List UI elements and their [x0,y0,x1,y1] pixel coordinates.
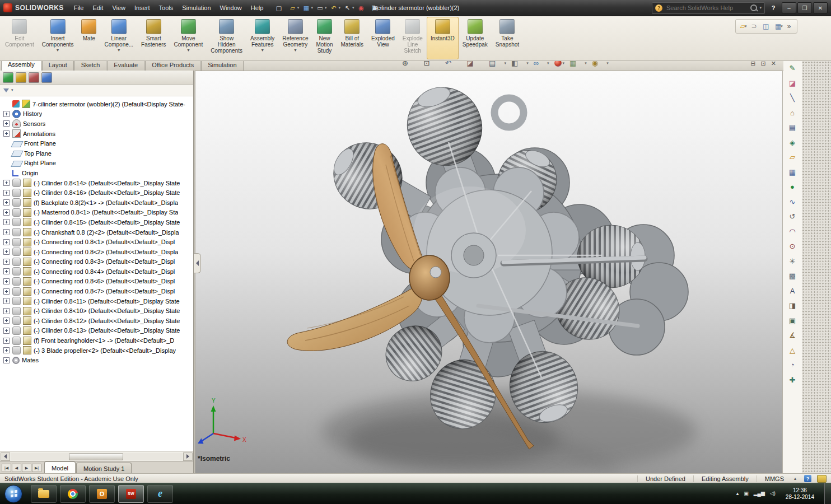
reference-geometry-button[interactable]: Reference Geometry ▼ [278,17,312,59]
tree-filter-bar[interactable]: ▾ [0,85,193,96]
tree-item[interactable]: Front Plane [0,138,193,148]
expand-icon[interactable] [3,288,10,295]
section-tool-icon[interactable]: ◔ [786,360,799,370]
help-search-box[interactable]: ? ▾ [652,2,765,14]
show-desktop-button[interactable] [824,483,831,504]
model-tab[interactable]: Motion Study 1 [76,463,132,474]
home-icon[interactable]: ⌂ [786,108,799,118]
dropdown-arrow-icon[interactable]: ▾ [504,61,506,65]
warning-icon[interactable]: △ [786,345,799,356]
asterisk-icon[interactable]: ✳ [786,256,799,267]
copy-icon[interactable]: ▣ [786,315,799,326]
tree-item[interactable]: Origin [0,168,193,178]
tree-item[interactable]: 7-cilinder stermotor (wobbler)(2) (Defau… [0,99,193,109]
folder-icon[interactable]: ▱ [786,152,799,162]
tree-item[interactable]: (-) Connecting rod 0.8<1> (Default<<Defa… [0,237,193,247]
tree-item[interactable]: Right Plane [0,158,193,169]
expand-icon[interactable] [3,120,10,127]
compare-icon[interactable]: ◫ [763,22,769,30]
notebook-icon[interactable] [817,475,827,483]
tree-item[interactable]: (-) Cilinder 0.8<10> (Default<<Default>_… [0,306,193,316]
dropdown-arrow-icon[interactable]: ▾ [338,6,340,10]
tree-item[interactable]: Mates [0,355,193,365]
view-cube-icon[interactable]: ◈ [786,137,799,148]
tree-item[interactable]: (-) Connecting rod 0.8<2> (Default<<Defa… [0,247,193,257]
expand-icon[interactable] [3,199,10,206]
menu-item[interactable]: File [69,2,88,13]
outlook-taskbar-button[interactable]: O [89,485,115,503]
open-icon[interactable]: ▱ [287,3,298,13]
close-button[interactable]: ✕ [813,2,828,13]
show-hidden-components-button[interactable]: Show Hidden Components ▼ [207,17,246,59]
edit-appearance-tool-icon[interactable]: ✎ [786,63,799,73]
linear-component-pattern-button[interactable]: Linear Compone... ▼ [100,17,137,59]
spline-icon[interactable]: ∿ [786,197,799,207]
graphics-viewport[interactable]: Y X Z *Isometric [195,71,782,474]
units-selector[interactable]: MMGS [757,475,792,482]
status-help-icon[interactable]: ? [804,475,811,482]
solidworks-taskbar-button[interactable]: SW [118,485,144,503]
tree-item[interactable]: (-) Cilinder 0.8<13> (Default<<Default>_… [0,326,193,336]
dropdown-arrow-icon[interactable]: ▾ [781,24,783,29]
display-tray-icon[interactable]: ▣ [744,491,749,496]
undo-icon[interactable]: ↶ [328,3,339,13]
mate-button[interactable]: Mate ▼ [77,17,100,59]
rebuild-icon[interactable]: ◉ [356,3,366,13]
tree-item[interactable]: (f) Backplate 0.8(2)<1> -> (Default<<Def… [0,198,193,208]
rotate-icon[interactable]: ↺ [786,211,799,222]
tree-item[interactable]: (-) Connecting rod 0.8<6> (Default<<Defa… [0,277,193,287]
menu-item[interactable]: Insert [130,2,155,13]
measure-icon[interactable]: ∡ [786,330,799,340]
panel-collapse-button[interactable] [194,253,201,273]
expand-icon[interactable] [3,130,10,137]
dropdown-arrow-icon[interactable]: ▼ [186,48,190,52]
tree-item[interactable]: (-) Masterrod 0.8<1> (Default<<Default>_… [0,208,193,218]
menu-item[interactable]: Simulation [178,2,215,13]
expand-icon[interactable] [3,239,10,245]
dropdown-arrow-icon[interactable]: ▼ [56,48,60,52]
expand-icon[interactable] [3,249,10,255]
search-dropdown-icon[interactable]: ▾ [759,6,762,10]
tree-item[interactable]: Sensors [0,119,193,129]
volume-tray-icon[interactable]: ◁) [770,491,776,496]
task-pane-collapsed[interactable] [802,58,831,474]
model-canvas[interactable]: Y X Z [195,71,782,474]
minimize-button[interactable]: – [782,2,796,13]
tree-item[interactable]: (-) Cilinder 0.8<11> (Default<<Default>_… [0,296,193,306]
help-button[interactable]: ? [769,3,778,12]
menu-item[interactable]: Edit [88,2,108,13]
arc-icon[interactable]: ◠ [786,226,799,237]
menu-item[interactable]: Window [216,2,246,13]
expand-icon[interactable] [3,180,10,186]
explode-line-sketch-button[interactable]: Explode Line Sketch ▼ [399,17,427,59]
expand-icon[interactable] [3,229,10,235]
bill-of-materials-button[interactable]: Bill of Materials ▼ [337,17,368,59]
tree-item[interactable]: (-) Cilinder 0.8<14> (Default<<Default>_… [0,178,193,188]
scroll-right-button[interactable] [183,452,193,461]
take-snapshot-button[interactable]: Take Snapshot ▼ [492,17,523,59]
tree-item[interactable]: (-) Connecting rod 0.8<4> (Default<<Defa… [0,267,193,277]
print-icon[interactable]: ▭ [315,3,325,13]
propertymanager-tab[interactable] [16,72,26,83]
tree-item[interactable]: (-) Cilinder 0.8<15> (Default<<Default>_… [0,217,193,227]
expand-icon[interactable] [3,338,10,344]
new-motion-study-button[interactable]: New Motion Study ▼ [312,17,337,59]
file-explorer-taskbar-button[interactable] [31,485,57,503]
dropdown-arrow-icon[interactable]: ▾ [526,61,529,65]
half-section-icon[interactable]: ◨ [786,300,799,311]
filter-dropdown-icon[interactable]: ▾ [11,88,13,92]
select-icon[interactable]: ↖ [342,3,353,13]
save-icon[interactable]: ▦ [301,3,311,13]
dropdown-arrow-icon[interactable]: ▾ [585,61,587,65]
expand-icon[interactable] [3,318,10,324]
new-document-icon[interactable]: ▢ [273,3,284,13]
search-input[interactable] [665,4,748,12]
note-icon[interactable]: ✚ [786,375,799,385]
dropdown-arrow-icon[interactable]: ▾ [563,61,565,65]
dropdown-arrow-icon[interactable]: ▼ [260,48,264,52]
show-hidden-icons-button[interactable]: ▴ [736,491,739,496]
grid-icon[interactable]: ▦ [786,167,799,178]
tree-item[interactable]: (f) Front bearingholder<1> -> (Default<<… [0,335,193,346]
units-dropdown-icon[interactable]: ▴ [792,476,799,481]
insert-components-button[interactable]: Insert Components ▼ [38,17,78,59]
